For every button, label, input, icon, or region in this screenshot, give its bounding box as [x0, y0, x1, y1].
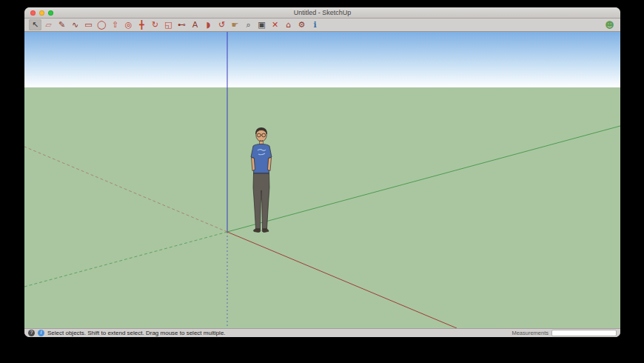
figure-right-shoe [262, 229, 269, 233]
tool-icon: ↺ [218, 21, 225, 29]
red-axis [227, 232, 457, 328]
tool-icon: ☛ [232, 21, 239, 29]
tool-icon: ◯ [97, 21, 106, 29]
desktop-background: Untitled - SketchUp ↖▱✎∿▭◯⇧◎╋↻◱⊷A◗↺☛⌕▣✕⌂… [0, 0, 644, 363]
tool-icon: ↖ [32, 21, 38, 29]
status-bar: ? i Select objects. Shift to extend sele… [24, 328, 620, 337]
account-avatar-icon[interactable]: ☻ [603, 19, 616, 30]
measurements-label: Measurements [511, 330, 549, 336]
pan-tool-button[interactable]: ☛ [229, 19, 241, 30]
tool-icon: A [192, 21, 198, 29]
zoom-tool-button[interactable]: ⌕ [242, 19, 255, 30]
scale-figure[interactable] [244, 127, 279, 233]
tool-icon: ◎ [125, 21, 133, 29]
shapes-tool-button[interactable]: ◯ [95, 19, 108, 30]
status-hint: Select objects. Shift to extend select. … [47, 330, 226, 336]
figure-left-arm [252, 158, 255, 171]
red-axis-negative [24, 147, 227, 232]
extension-warehouse-tool-button[interactable]: ⚙ [295, 19, 308, 30]
tool-icon: ▱ [45, 21, 51, 29]
zoom-extents-tool-button[interactable]: ▣ [255, 19, 268, 30]
rotate-tool-button[interactable]: ↻ [149, 19, 161, 30]
green-axis-negative [24, 232, 227, 287]
tool-icon: ⊷ [178, 21, 186, 29]
model-info-tool-button[interactable]: ℹ [309, 19, 321, 30]
select-tool-button[interactable]: ↖ [29, 19, 41, 30]
move-tool-button[interactable]: ╋ [135, 19, 148, 30]
tool-icon: ℹ [313, 21, 316, 29]
tool-icon: ▭ [84, 21, 92, 29]
tape-measure-tool-button[interactable]: ⊷ [175, 19, 188, 30]
close-button[interactable] [30, 10, 36, 16]
rectangle-tool-button[interactable]: ▭ [82, 19, 95, 30]
figure-pants [253, 173, 269, 229]
info-icon[interactable]: i [38, 330, 44, 336]
zoom-button[interactable] [48, 10, 53, 16]
tool-icon: ◗ [207, 21, 211, 29]
text-tool-button[interactable]: A [189, 19, 201, 30]
window-title: Untitled - SketchUp [24, 7, 620, 19]
tool-icon: ⚙ [298, 21, 306, 29]
tool-icon: ↻ [152, 21, 158, 29]
axes-tool-button[interactable]: ✕ [269, 19, 281, 30]
minimize-button[interactable] [39, 10, 44, 16]
measurements-input[interactable] [551, 330, 617, 336]
tool-icon: ∿ [72, 21, 78, 29]
figure-left-shoe [253, 229, 260, 233]
toolbar-tools: ↖▱✎∿▭◯⇧◎╋↻◱⊷A◗↺☛⌕▣✕⌂⚙ℹ [29, 19, 321, 30]
green-axis [227, 126, 620, 232]
title-bar[interactable]: Untitled - SketchUp [24, 7, 620, 19]
sketchup-window: Untitled - SketchUp ↖▱✎∿▭◯⇧◎╋↻◱⊷A◗↺☛⌕▣✕⌂… [24, 7, 620, 337]
offset-tool-button[interactable]: ◎ [122, 19, 135, 30]
tool-icon: ⌕ [246, 21, 250, 29]
viewport[interactable] [24, 32, 620, 328]
line-tool-button[interactable]: ✎ [56, 19, 68, 30]
tool-icon: ▣ [258, 21, 265, 29]
paint-bucket-tool-button[interactable]: ◗ [202, 19, 215, 30]
traffic-lights [30, 10, 53, 16]
figure-right-arm [268, 158, 272, 171]
toolbar: ↖▱✎∿▭◯⇧◎╋↻◱⊷A◗↺☛⌕▣✕⌂⚙ℹ ☻ [24, 19, 620, 32]
orbit-tool-button[interactable]: ↺ [215, 19, 228, 30]
tool-icon: ⌂ [286, 21, 291, 29]
push-pull-tool-button[interactable]: ⇧ [109, 19, 121, 30]
tool-icon: ╋ [139, 21, 144, 29]
tool-icon: ⇧ [112, 21, 118, 29]
tool-icon: ✎ [58, 21, 65, 29]
three-d-warehouse-tool-button[interactable]: ⌂ [282, 19, 295, 30]
freehand-tool-button[interactable]: ∿ [69, 19, 81, 30]
scale-tool-button[interactable]: ◱ [162, 19, 175, 30]
tool-icon: ◱ [164, 21, 172, 29]
help-icon[interactable]: ? [28, 330, 35, 336]
eraser-tool-button[interactable]: ▱ [42, 19, 55, 30]
drawing-axes [24, 32, 620, 328]
tool-icon: ✕ [272, 21, 278, 29]
